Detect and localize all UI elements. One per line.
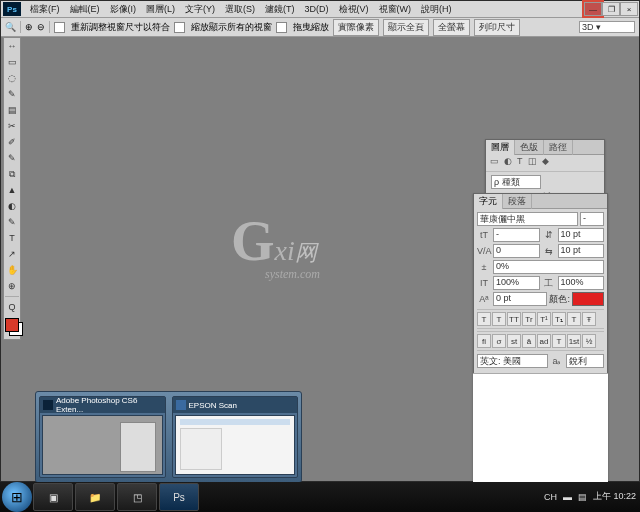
scrubby-checkbox[interactable] (276, 22, 287, 33)
antialias-select[interactable]: 銳利 (566, 354, 604, 368)
baseline-field[interactable]: 0 pt (493, 292, 547, 306)
tab-paths[interactable]: 路徑 (544, 140, 573, 155)
zoom-tool[interactable]: ⊕ (4, 278, 20, 294)
zoom-in-icon[interactable]: ⊕ (25, 22, 33, 32)
menu-image[interactable]: 影像(I) (105, 2, 142, 17)
ot-a[interactable]: ā (522, 334, 536, 348)
path-tool[interactable]: ↗ (4, 246, 20, 262)
tab-channels[interactable]: 色版 (515, 140, 544, 155)
switcher-item-photoshop[interactable]: Adobe Photoshop CS6 Exten... (39, 396, 166, 478)
allcaps-button[interactable]: TT (507, 312, 521, 326)
3d-mode-select[interactable]: 3D ▾ (579, 21, 635, 33)
eraser-tool[interactable]: ▲ (4, 182, 20, 198)
underline-button[interactable]: T (567, 312, 581, 326)
close-inner-button[interactable]: × (620, 2, 638, 16)
menu-layer[interactable]: 圖層(L) (141, 2, 180, 17)
hscale-icon: 工 (542, 277, 556, 290)
subscript-button[interactable]: T₁ (552, 312, 566, 326)
filter-type-icon[interactable]: T (517, 156, 523, 170)
filter-smart-icon[interactable]: ◆ (542, 156, 549, 170)
crop-tool[interactable]: ▤ (4, 102, 20, 118)
ot-1st[interactable]: 1st (567, 334, 581, 348)
smallcaps-button[interactable]: Tr (522, 312, 536, 326)
menu-type[interactable]: 文字(Y) (180, 2, 220, 17)
menu-edit[interactable]: 編輯(E) (65, 2, 105, 17)
language-select[interactable]: 英文: 美國 (477, 354, 548, 368)
ot-frac[interactable]: ½ (582, 334, 596, 348)
superscript-button[interactable]: T¹ (537, 312, 551, 326)
network-icon[interactable]: ▬ (563, 492, 572, 502)
kerning-field[interactable]: 0 (493, 244, 540, 258)
strike-button[interactable]: Ŧ (582, 312, 596, 326)
filter-adjust-icon[interactable]: ◐ (504, 156, 512, 170)
restore-button[interactable]: ❐ (602, 2, 620, 16)
filter-shape-icon[interactable]: ◫ (528, 156, 537, 170)
marquee-tool[interactable]: ▭ (4, 54, 20, 70)
pen-tool[interactable]: ✎ (4, 214, 20, 230)
menu-help[interactable]: 說明(H) (416, 2, 457, 17)
fill-screen-button[interactable]: 全螢幕 (433, 19, 470, 36)
foreground-color[interactable] (5, 318, 19, 332)
text-color-swatch[interactable] (572, 292, 604, 306)
menu-select[interactable]: 選取(S) (220, 2, 260, 17)
ot-fi[interactable]: fi (477, 334, 491, 348)
color-swatches[interactable] (4, 317, 20, 339)
font-size-field[interactable]: - (493, 228, 540, 242)
ot-t[interactable]: T (552, 334, 566, 348)
heal-tool[interactable]: ✐ (4, 134, 20, 150)
layer-kind-select[interactable]: ρ 種類 (491, 175, 541, 189)
ime-indicator[interactable]: CH (544, 492, 557, 502)
menu-filter[interactable]: 濾鏡(T) (260, 2, 300, 17)
hscale-field[interactable]: 100% (558, 276, 605, 290)
menu-view[interactable]: 檢視(V) (334, 2, 374, 17)
font-family-select[interactable]: 華康儷中黑 (477, 212, 578, 226)
actual-pixels-button[interactable]: 實際像素 (333, 19, 379, 36)
lasso-tool[interactable]: ◌ (4, 70, 20, 86)
leading-icon: ⇵ (542, 230, 556, 240)
menu-3d[interactable]: 3D(D) (300, 3, 334, 15)
taskbar-explorer[interactable]: ▣ (33, 483, 73, 511)
tracking-field[interactable]: 10 pt (558, 244, 605, 258)
taskbar-app[interactable]: ◳ (117, 483, 157, 511)
print-size-button[interactable]: 列印尺寸 (474, 19, 520, 36)
character-panel[interactable]: 字元 段落 華康儷中黑- tT-⇵10 pt V/A0⇆10 pt ±0% IT… (473, 193, 608, 485)
zoom-out-icon[interactable]: ⊖ (37, 22, 45, 32)
taskbar-photoshop[interactable]: Ps (159, 483, 199, 511)
menu-window[interactable]: 視窗(W) (374, 2, 417, 17)
bold-button[interactable]: T (477, 312, 491, 326)
ot-sigma[interactable]: σ (492, 334, 506, 348)
flag-icon[interactable]: ▤ (578, 492, 587, 502)
move-tool[interactable]: ↔ (4, 38, 20, 54)
vscale-field[interactable]: 100% (493, 276, 540, 290)
italic-button[interactable]: T (492, 312, 506, 326)
clock[interactable]: 上午 10:22 (593, 492, 636, 502)
resize-window-checkbox[interactable] (54, 22, 65, 33)
stamp-tool[interactable]: ⧉ (4, 166, 20, 182)
gradient-tool[interactable]: ◐ (4, 198, 20, 214)
scale-field[interactable]: 0% (493, 260, 604, 274)
tab-layers[interactable]: 圖層 (486, 140, 515, 155)
wand-tool[interactable]: ✎ (4, 86, 20, 102)
minimize-inner-button[interactable]: — (584, 2, 602, 16)
tab-paragraph[interactable]: 段落 (503, 194, 532, 209)
taskbar-folder[interactable]: 📁 (75, 483, 115, 511)
font-style-select[interactable]: - (580, 212, 604, 226)
switcher-item-epson[interactable]: EPSON Scan (172, 396, 299, 478)
task-switcher[interactable]: Adobe Photoshop CS6 Exten... EPSON Scan (35, 391, 302, 483)
quickmask-tool[interactable]: Q (4, 299, 20, 315)
fit-screen-button[interactable]: 顯示全頁 (383, 19, 429, 36)
zoom-all-checkbox[interactable] (174, 22, 185, 33)
taskbar[interactable]: ⊞ ▣ 📁 ◳ Ps CH ▬ ▤ 上午 10:22 (0, 482, 640, 512)
ot-ad[interactable]: ad (537, 334, 551, 348)
type-tool[interactable]: T (4, 230, 20, 246)
start-button[interactable]: ⊞ (2, 482, 32, 512)
filter-image-icon[interactable]: ▭ (490, 156, 499, 170)
menu-file[interactable]: 檔案(F) (25, 2, 65, 17)
ot-st[interactable]: st (507, 334, 521, 348)
leading-field[interactable]: 10 pt (558, 228, 605, 242)
system-tray[interactable]: CH ▬ ▤ 上午 10:22 (544, 492, 640, 502)
tab-character[interactable]: 字元 (474, 194, 503, 209)
hand-tool[interactable]: ✋ (4, 262, 20, 278)
eyedropper-tool[interactable]: ✂ (4, 118, 20, 134)
brush-tool[interactable]: ✎ (4, 150, 20, 166)
